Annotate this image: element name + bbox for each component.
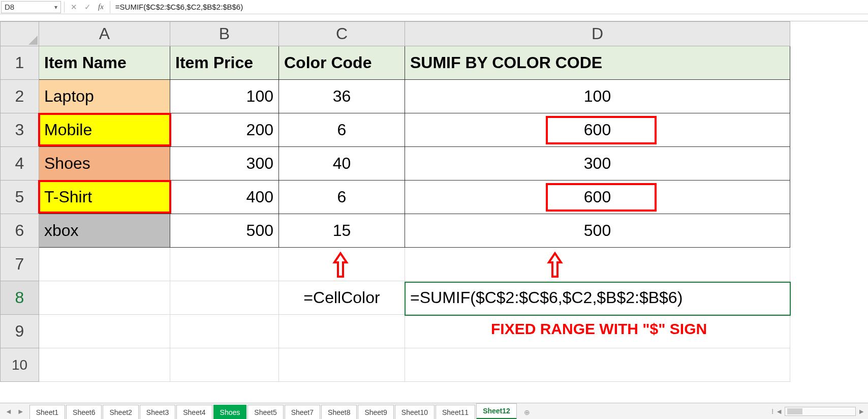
name-box-value: D8 [2,3,51,11]
tab-scroll-area: ⁞ ◄ ► [768,403,868,419]
tab-nav-buttons: ◄ ► [0,403,29,419]
cell-b8[interactable] [170,281,279,315]
sheet-tab-shoes[interactable]: Shoes [213,405,247,419]
formula-bar-buttons: ✕ ✓ fx [68,3,107,12]
row-header-2[interactable]: 2 [1,80,39,113]
cell-d5[interactable]: 600 [405,181,790,214]
cell-a1[interactable]: Item Name [39,46,170,80]
spacer [0,14,868,21]
cell-a5[interactable]: T-Shirt [39,181,170,214]
sheet-tab-sheet7[interactable]: Sheet7 [285,405,320,419]
cell-c10[interactable] [279,348,405,382]
annotation-text: FIXED RANGE WITH "$" SIGN [491,320,707,338]
add-sheet-button[interactable]: ⊕ [518,405,536,419]
cell-d8[interactable]: =SUMIF($C$2:$C$6,$C2,$B$2:$B$6) [405,281,790,315]
cell-b2[interactable]: 100 [170,80,279,113]
tab-prev-icon[interactable]: ◄ [5,407,12,415]
col-header-a[interactable]: A [39,22,170,46]
cell-b10[interactable] [170,348,279,382]
row-header-7[interactable]: 7 [1,248,39,281]
cell-d3[interactable]: 600 [405,113,790,147]
scroll-sep-icon: ⁞ [771,407,773,415]
cell-c2[interactable]: 36 [279,80,405,113]
cell-a7[interactable] [39,248,170,281]
row-header-6[interactable]: 6 [1,214,39,248]
cell-c9[interactable] [279,315,405,348]
row-header-1[interactable]: 1 [1,46,39,80]
formula-input[interactable]: =SUMIF($C$2:$C$6,$C2,$B$2:$B$6) [110,1,868,13]
cell-d2[interactable]: 100 [405,80,790,113]
col-header-d[interactable]: D [405,22,790,46]
row-header-4[interactable]: 4 [1,147,39,181]
arrow-up-icon [330,251,351,280]
cell-b3[interactable]: 200 [170,113,279,147]
chevron-down-icon[interactable]: ▾ [51,4,60,11]
tab-next-icon[interactable]: ► [17,407,24,415]
cell-c4[interactable]: 40 [279,147,405,181]
cell-b9[interactable] [170,315,279,348]
cell-d10[interactable] [405,348,790,382]
horizontal-scrollbar[interactable] [785,407,856,416]
sheet-tab-sheet2[interactable]: Sheet2 [103,405,138,419]
cell-d7[interactable] [405,248,790,281]
cell-a6[interactable]: xbox [39,214,170,248]
sheet-tab-sheet11[interactable]: Sheet11 [436,405,475,419]
cell-d1[interactable]: SUMIF BY COLOR CODE [405,46,790,80]
sheet-tab-sheet10[interactable]: Sheet10 [395,405,435,419]
sheet-tab-sheet4[interactable]: Sheet4 [176,405,212,419]
cell-c1[interactable]: Color Code [279,46,405,80]
cell-a2[interactable]: Laptop [39,80,170,113]
row-header-3[interactable]: 3 [1,113,39,147]
sheet-tab-sheet6[interactable]: Sheet6 [66,405,102,419]
enter-icon[interactable]: ✓ [84,3,91,12]
sheet-tab-sheet9[interactable]: Sheet9 [358,405,393,419]
sheet-tab-sheet3[interactable]: Sheet3 [140,405,175,419]
row-header-8[interactable]: 8 [1,281,39,315]
cell-d4[interactable]: 300 [405,147,790,181]
cell-c3[interactable]: 6 [279,113,405,147]
cell-b1[interactable]: Item Price [170,46,279,80]
row-header-9[interactable]: 9 [1,315,39,348]
cell-b5[interactable]: 400 [170,181,279,214]
scroll-left-icon[interactable]: ◄ [776,407,783,415]
cell-d6[interactable]: 500 [405,214,790,248]
formula-bar: D8 ▾ ✕ ✓ fx =SUMIF($C$2:$C$6,$C2,$B$2:$B… [0,0,868,14]
cancel-icon[interactable]: ✕ [71,3,77,12]
scroll-right-icon[interactable]: ► [858,407,865,415]
sheet-tab-bar: ◄ ► Sheet1Sheet6Sheet2Sheet3Sheet4ShoesS… [0,403,868,419]
row-header-10[interactable]: 10 [1,348,39,382]
name-box[interactable]: D8 ▾ [1,1,61,13]
fx-icon[interactable]: fx [98,3,104,11]
col-header-b[interactable]: B [170,22,279,46]
sheet-tab-sheet12[interactable]: Sheet12 [476,403,517,419]
spreadsheet-grid: A B C D 1 Item Name Item Price Color Cod… [0,21,868,382]
cell-a9[interactable] [39,315,170,348]
arrow-up-icon [545,251,565,280]
cell-a10[interactable] [39,348,170,382]
tabs-container: Sheet1Sheet6Sheet2Sheet3Sheet4ShoesSheet… [29,403,769,419]
sheet-tab-sheet8[interactable]: Sheet8 [321,405,357,419]
cell-a3[interactable]: Mobile [39,113,170,147]
cell-b6[interactable]: 500 [170,214,279,248]
row-header-5[interactable]: 5 [1,181,39,214]
cell-b4[interactable]: 300 [170,147,279,181]
cell-c8[interactable]: =CellColor [279,281,405,315]
cell-c5[interactable]: 6 [279,181,405,214]
select-all-corner[interactable] [1,22,39,46]
sheet-tab-sheet5[interactable]: Sheet5 [247,405,283,419]
svg-marker-0 [28,36,38,45]
cell-a8[interactable] [39,281,170,315]
cell-a4[interactable]: Shoes [39,147,170,181]
cell-c6[interactable]: 15 [279,214,405,248]
sheet-tab-sheet1[interactable]: Sheet1 [29,405,65,419]
cell-b7[interactable] [170,248,279,281]
divider [64,2,65,13]
col-header-c[interactable]: C [279,22,405,46]
